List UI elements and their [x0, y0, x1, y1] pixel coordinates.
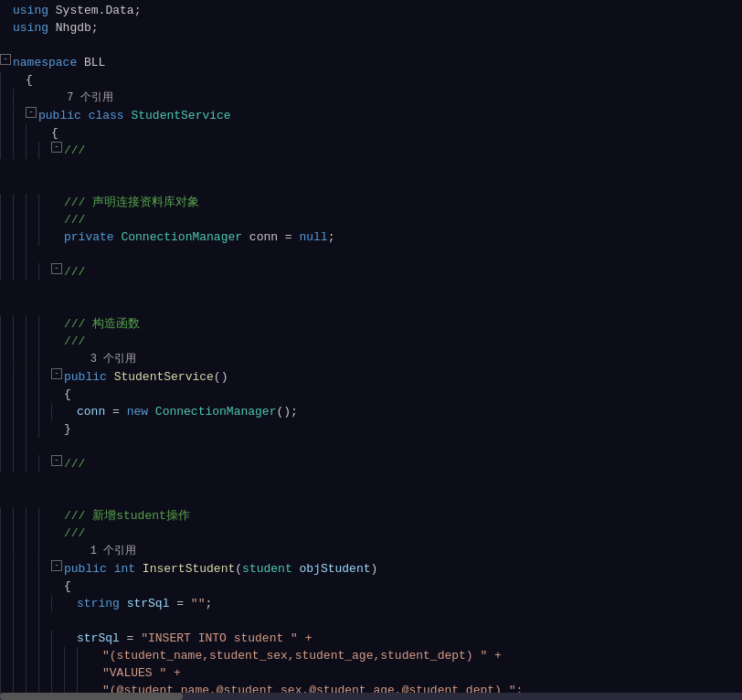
code-content: "(student_name,student_sex,student_age,s…	[102, 647, 742, 664]
token-kw: public	[38, 109, 81, 122]
collapse-icon[interactable]: -	[26, 107, 37, 118]
token-punct: ;	[328, 230, 335, 244]
collapse-icon[interactable]: -	[51, 368, 62, 379]
indent-guides	[0, 194, 51, 211]
code-line: /// 新增student操作	[0, 507, 742, 525]
collapse-icon[interactable]: -	[51, 142, 62, 153]
code-line: {	[0, 71, 742, 89]
indent-guides	[0, 263, 51, 281]
token-punct: conn =	[242, 230, 299, 244]
indent-guide	[13, 315, 26, 333]
indent-guides	[0, 664, 90, 682]
code-line	[0, 612, 742, 630]
token-comment: ///	[64, 526, 92, 540]
horizontal-scrollbar[interactable]	[0, 693, 742, 700]
token-punct	[148, 405, 155, 419]
token-kw: using	[13, 21, 48, 35]
indent-guide	[77, 664, 90, 682]
indent-guide	[38, 315, 51, 333]
indent-guide	[0, 647, 13, 664]
indent-guide	[13, 211, 26, 228]
token-chinese: 新增student操作	[92, 509, 190, 523]
indent-guide	[0, 612, 13, 630]
indent-guide	[77, 647, 90, 664]
indent-guides	[0, 368, 51, 386]
code-line: /// 声明连接资料库对象	[0, 194, 742, 211]
token-str: "(student_name,student_sex,student_age,s…	[102, 649, 502, 663]
indent-guide	[38, 507, 51, 525]
collapse-icon[interactable]: -	[51, 263, 62, 274]
indent-guide	[38, 386, 51, 403]
code-content: namespace BLL	[13, 54, 742, 71]
indent-guide	[26, 368, 38, 386]
indent-guide	[38, 595, 51, 612]
collapse-icon[interactable]: -	[51, 560, 62, 571]
code-line: 3 个引用	[0, 350, 742, 368]
token-type: ConnectionManager	[155, 405, 277, 419]
indent-guide	[51, 595, 64, 612]
indent-guide	[13, 525, 26, 542]
indent-guides	[0, 612, 51, 630]
collapse-icon[interactable]: -	[51, 455, 62, 466]
indent-guide	[26, 542, 38, 559]
code-line: strSql = "INSERT INTO student " +	[0, 630, 742, 647]
token-ident: strSql	[127, 597, 170, 610]
indent-guide	[13, 560, 26, 578]
ref-count: 1 个引用	[64, 545, 136, 557]
indent-guide	[0, 194, 13, 211]
token-ident: strSql	[77, 631, 120, 645]
token-punct: =	[169, 597, 190, 610]
token-kw: private	[64, 230, 114, 244]
code-content: 1 个引用	[64, 542, 742, 560]
code-content: ///	[64, 142, 742, 194]
indent-guide	[0, 228, 13, 246]
indent-guide	[0, 263, 13, 281]
ref-count: 7 个引用	[67, 91, 112, 104]
token-punct: {	[64, 579, 71, 593]
code-line: /// 构造函数	[0, 315, 742, 333]
indent-guide	[38, 228, 51, 246]
indent-guide	[0, 578, 13, 595]
token-punct	[292, 562, 300, 576]
scrollbar-thumb[interactable]	[0, 693, 183, 700]
code-line: {	[0, 578, 742, 595]
indent-guides	[0, 420, 51, 438]
indent-guide	[13, 194, 26, 211]
collapse-icon[interactable]: -	[0, 54, 11, 65]
indent-guide	[13, 507, 26, 525]
token-comment: ///	[64, 457, 742, 507]
indent-guides	[0, 647, 90, 664]
indent-guide	[0, 525, 13, 542]
token-chinese: 声明连接资料库对象	[92, 196, 199, 209]
indent-guide	[13, 420, 26, 438]
indent-guide	[38, 350, 51, 367]
indent-guide	[13, 438, 26, 455]
code-content: string strSql = "";	[77, 595, 742, 612]
code-content: {	[64, 386, 742, 403]
token-str: "VALUES " +	[102, 666, 181, 680]
indent-guide	[26, 595, 38, 612]
indent-guide	[0, 89, 13, 106]
indent-guides	[0, 315, 51, 333]
token-kw: using	[13, 4, 48, 17]
code-content: }	[64, 420, 742, 438]
indent-guide	[26, 194, 38, 211]
token-method: InsertStudent	[143, 562, 235, 576]
token-punct	[81, 109, 89, 122]
indent-guide	[38, 612, 51, 630]
code-content: {	[51, 124, 742, 142]
code-line: conn = new ConnectionManager();	[0, 403, 742, 420]
code-content: ///	[64, 525, 742, 542]
indent-guide	[26, 263, 38, 281]
indent-guide	[0, 333, 13, 350]
code-line: - ///	[0, 142, 742, 194]
indent-guide	[26, 612, 38, 630]
code-line	[0, 246, 742, 263]
indent-guides	[0, 525, 51, 542]
indent-guide	[38, 263, 51, 281]
indent-guide	[38, 368, 51, 386]
indent-guide	[26, 246, 38, 263]
indent-guide	[13, 630, 26, 647]
code-line: - ///	[0, 455, 742, 507]
indent-guide	[13, 647, 26, 664]
